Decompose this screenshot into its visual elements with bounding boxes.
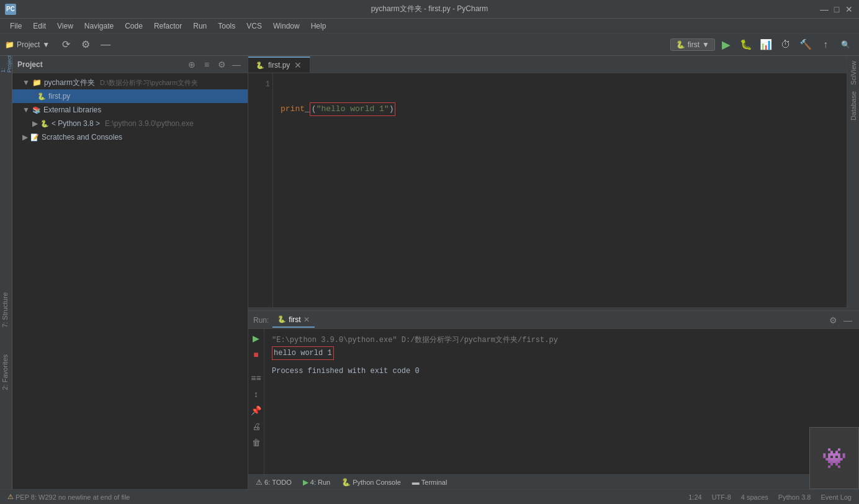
tab-label: first.py	[268, 61, 290, 70]
database-label[interactable]: Database	[848, 89, 858, 123]
scratches-label: Scratches and Consoles	[42, 133, 122, 142]
run-tab-first[interactable]: 🐍 first ✕	[272, 313, 314, 328]
status-encoding[interactable]: UTF-8	[709, 490, 734, 505]
status-bar: ⚠ PEP 8: W292 no newline at end of file …	[0, 489, 859, 504]
sciview-label[interactable]: SciView	[848, 58, 858, 88]
run-settings-icon[interactable]: ⚙	[827, 314, 839, 326]
code-content[interactable]: print_("hello world 1")	[273, 73, 847, 307]
event-log-text: Event Log	[821, 493, 852, 501]
run-rerun-icon[interactable]: ≡≡	[250, 371, 263, 385]
root-folder-path: D:\数据分析学习\pycharm文件夹	[100, 78, 198, 88]
run-stop-icon[interactable]: ■	[250, 348, 263, 361]
python-console-icon: 🐍	[341, 478, 351, 487]
maximize-button[interactable]: □	[832, 4, 842, 14]
editor-run-container: 1: Project Project ⊕ ≡ ⚙ —	[0, 56, 859, 489]
bottom-tab-python-console[interactable]: 🐍 Python Console	[336, 475, 406, 489]
string-value: "hello world 1"	[317, 104, 389, 114]
search-everywhere-button[interactable]: 🔍	[837, 36, 854, 53]
profile-button[interactable]: ⏱	[777, 36, 794, 53]
vcs-button[interactable]: ↑	[817, 36, 834, 53]
favorites-tab[interactable]: 2: Favorites	[0, 352, 10, 392]
menu-navigate[interactable]: Navigate	[79, 20, 119, 32]
tree-file-first-py[interactable]: 🐍 first.py	[12, 89, 248, 103]
menu-file[interactable]: File	[5, 20, 27, 32]
python-version-label: < Python 3.8 >	[52, 119, 100, 128]
terminal-label: Terminal	[421, 479, 447, 486]
python-console-label: Python Console	[353, 479, 401, 486]
python-file-icon: 🐍	[37, 92, 46, 101]
editor-tab-bar: 🐍 first.py ✕	[248, 56, 847, 73]
sync-icon[interactable]: ⟳	[57, 36, 74, 53]
menu-help[interactable]: Help	[306, 20, 331, 32]
status-indent[interactable]: 4 spaces	[739, 490, 771, 505]
run-hide-icon[interactable]: —	[842, 314, 854, 326]
project-tree: ▼ 📁 pycharm文件夹 D:\数据分析学习\pycharm文件夹 🐍 fi…	[12, 73, 248, 489]
project-text: Project	[17, 40, 40, 49]
structure-tab[interactable]: 7: Structure	[0, 290, 10, 330]
folder-icon: 📁	[32, 78, 42, 87]
bottom-tab-terminal[interactable]: ▬ Terminal	[407, 475, 452, 489]
run-trash-icon[interactable]: 🗑	[250, 436, 263, 449]
minimize-button[interactable]: —	[819, 4, 829, 14]
tree-scratches[interactable]: ▶ 📝 Scratches and Consoles	[12, 130, 248, 144]
close-paren: )	[389, 104, 394, 114]
dropdown-chevron[interactable]: ▼	[42, 40, 50, 49]
coverage-button[interactable]: 📊	[757, 36, 775, 53]
bottom-tab-todo[interactable]: ⚠ 6: TODO	[251, 475, 297, 489]
tree-external-libraries[interactable]: ▼ 📚 External Libraries	[12, 103, 248, 117]
code-editor-container[interactable]: 1 print_("hello world 1")	[248, 73, 847, 307]
run-scroll-icon[interactable]: ↕	[250, 387, 263, 401]
status-right-section: 1:24 UTF-8 4 spaces Python 3.8 Event Log	[686, 490, 854, 505]
right-sidebar: SciView Database	[847, 56, 859, 307]
run-print-icon[interactable]: 🖨	[250, 420, 263, 433]
status-event-log[interactable]: Event Log	[818, 490, 854, 505]
run-play-icon[interactable]: ▶	[250, 331, 263, 345]
position-text: 1:24	[688, 493, 701, 501]
run-button[interactable]: ▶	[717, 36, 735, 53]
left-panel: 1: Project Project ⊕ ≡ ⚙ —	[0, 56, 248, 489]
panel-settings-icon[interactable]: ⚙	[215, 58, 228, 71]
status-position[interactable]: 1:24	[686, 490, 704, 505]
run-pin-icon[interactable]: 📌	[250, 403, 263, 417]
run-section: Run: 🐍 first ✕ ⚙ — ▶	[248, 310, 859, 474]
menu-refactor[interactable]: Refactor	[149, 20, 187, 32]
menu-window[interactable]: Window	[268, 20, 305, 32]
menu-tools[interactable]: Tools	[213, 20, 240, 32]
menu-vcs[interactable]: VCS	[241, 20, 267, 32]
menu-run[interactable]: Run	[188, 20, 212, 32]
tree-python-version[interactable]: ▶ 🐍 < Python 3.8 > E:\python 3.9.0\pytho…	[12, 117, 248, 130]
expand-icon-py: ▶	[32, 119, 38, 128]
title-bar-center: pycharm文件夹 - first.py - PyCharm	[371, 4, 488, 14]
status-warning[interactable]: ⚠ PEP 8: W292 no newline at end of file	[5, 490, 132, 505]
run-config-dropdown[interactable]: 🐍 first ▼	[670, 38, 715, 51]
editor-area: 🐍 first.py ✕ 1 print_("hello world 1")	[248, 56, 847, 307]
project-panel-title: Project	[17, 60, 182, 69]
tree-root-folder[interactable]: ▼ 📁 pycharm文件夹 D:\数据分析学习\pycharm文件夹	[12, 76, 248, 89]
left-icon-strip: 1: Project	[0, 56, 12, 489]
menu-code[interactable]: Code	[120, 20, 148, 32]
tab-first-py[interactable]: 🐍 first.py ✕	[248, 56, 310, 73]
title-bar: PC pycharm文件夹 - first.py - PyCharm — □ ✕	[0, 0, 859, 19]
run-config-icon: 🐍	[676, 40, 685, 49]
panel-hide-icon[interactable]: —	[230, 58, 243, 71]
bottom-tab-run[interactable]: ▶ 4: Run	[298, 475, 335, 489]
tab-close-button[interactable]: ✕	[294, 61, 302, 70]
run-command-line: "E:\python 3.9.0\python.exe" D:/数据分析学习/p…	[272, 334, 852, 346]
expand-icon-lib: ▼	[22, 106, 30, 114]
panel-scope-icon[interactable]: ⊕	[186, 58, 198, 71]
status-python-version[interactable]: Python 3.8	[776, 490, 814, 505]
close-button[interactable]: ✕	[844, 4, 854, 14]
python-version-text: Python 3.8	[778, 493, 811, 501]
menu-view[interactable]: View	[52, 20, 78, 32]
scratch-icon: 📝	[30, 133, 39, 142]
project-panel-icon[interactable]: 1: Project	[1, 58, 12, 70]
run-tab-close[interactable]: ✕	[304, 315, 310, 324]
hide-icon[interactable]: —	[97, 36, 114, 53]
menu-edit[interactable]: Edit	[28, 20, 51, 32]
run-content: ▶ ■ ≡≡ ↕ 📌 🖨 🗑 "E:\python 3.9.0\python.e…	[248, 329, 859, 474]
build-button[interactable]: 🔨	[797, 36, 814, 53]
debug-button[interactable]: 🐛	[737, 36, 755, 53]
panel-filter-icon[interactable]: ≡	[200, 58, 213, 71]
tab-py-icon: 🐍	[256, 61, 264, 70]
settings-icon[interactable]: ⚙	[77, 36, 94, 53]
